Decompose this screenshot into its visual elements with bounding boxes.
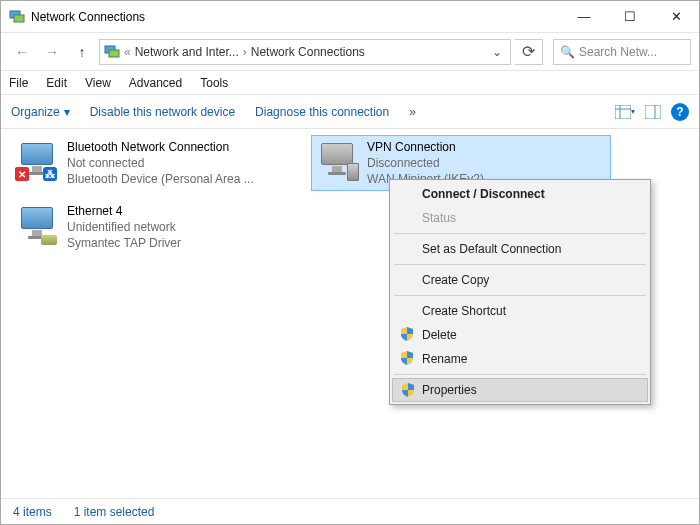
window-controls: — ☐ ✕	[561, 1, 699, 32]
view-layout-icon[interactable]: ▾	[615, 102, 635, 122]
svg-rect-4	[615, 105, 631, 119]
view-options: ▾ ?	[615, 102, 689, 122]
ctx-properties[interactable]: Properties	[392, 378, 648, 402]
status-selected: 1 item selected	[74, 505, 155, 519]
toolbar: Organize ▾ Disable this network device D…	[1, 95, 699, 129]
item-status: Not connected	[67, 155, 254, 171]
status-bar: 4 items 1 item selected	[1, 498, 699, 524]
back-button[interactable]: ←	[9, 39, 35, 65]
search-icon: 🔍	[560, 45, 575, 59]
network-window-icon	[9, 9, 25, 25]
disable-device-button[interactable]: Disable this network device	[90, 105, 235, 119]
item-name: Bluetooth Network Connection	[67, 139, 254, 155]
ctx-sep	[394, 233, 646, 234]
breadcrumb-prefix: «	[124, 45, 131, 59]
status-count: 4 items	[13, 505, 52, 519]
disconnected-x-icon: ✕	[15, 167, 29, 181]
connection-item-bluetooth[interactable]: ✕ ⁂ Bluetooth Network Connection Not con…	[11, 135, 311, 191]
breadcrumb-dropdown[interactable]: ⌄	[488, 45, 506, 59]
svg-rect-1	[14, 15, 24, 22]
bluetooth-connection-icon: ✕ ⁂	[15, 139, 59, 183]
breadcrumb-item-2[interactable]: Network Connections	[251, 45, 365, 59]
ctx-delete[interactable]: Delete	[392, 323, 648, 347]
maximize-button[interactable]: ☐	[607, 1, 653, 32]
diagnose-button[interactable]: Diagnose this connection	[255, 105, 389, 119]
ctx-status: Status	[392, 206, 648, 230]
item-status: Unidentified network	[67, 219, 181, 235]
shield-icon	[400, 327, 414, 341]
ctx-connect[interactable]: Connect / Disconnect	[392, 182, 648, 206]
vpn-connection-icon	[315, 139, 359, 183]
cable-icon	[41, 235, 57, 245]
breadcrumb-item-1[interactable]: Network and Inter...	[135, 45, 239, 59]
ctx-copy[interactable]: Create Copy	[392, 268, 648, 292]
shield-icon	[401, 383, 415, 397]
chevron-down-icon: ▾	[64, 105, 70, 119]
up-button[interactable]: ↑	[69, 39, 95, 65]
menu-edit[interactable]: Edit	[46, 76, 67, 90]
item-device: Symantec TAP Driver	[67, 235, 181, 251]
refresh-button[interactable]: ⟳	[515, 39, 543, 65]
svg-rect-3	[109, 50, 119, 57]
item-status: Disconnected	[367, 155, 484, 171]
ctx-sep	[394, 264, 646, 265]
help-button[interactable]: ?	[671, 103, 689, 121]
toolbar-more[interactable]: »	[409, 105, 416, 119]
window-title: Network Connections	[31, 10, 561, 24]
svg-rect-7	[645, 105, 661, 119]
item-name: VPN Connection	[367, 139, 484, 155]
navigation-bar: ← → ↑ « Network and Inter... › Network C…	[1, 33, 699, 71]
ctx-sep	[394, 295, 646, 296]
ctx-default[interactable]: Set as Default Connection	[392, 237, 648, 261]
item-device: Bluetooth Device (Personal Area ...	[67, 171, 254, 187]
breadcrumb-sep: ›	[243, 45, 247, 59]
view-preview-icon[interactable]	[643, 102, 663, 122]
breadcrumb[interactable]: « Network and Inter... › Network Connect…	[99, 39, 511, 65]
organize-button[interactable]: Organize ▾	[11, 105, 70, 119]
titlebar: Network Connections — ☐ ✕	[1, 1, 699, 33]
forward-button[interactable]: →	[39, 39, 65, 65]
item-name: Ethernet 4	[67, 203, 181, 219]
ethernet-connection-icon	[15, 203, 59, 247]
menu-view[interactable]: View	[85, 76, 111, 90]
menu-tools[interactable]: Tools	[200, 76, 228, 90]
ctx-sep	[394, 374, 646, 375]
network-path-icon	[104, 44, 120, 60]
shield-icon	[400, 351, 414, 365]
bluetooth-icon: ⁂	[43, 167, 57, 181]
server-icon	[347, 163, 359, 181]
search-placeholder: Search Netw...	[579, 45, 657, 59]
close-button[interactable]: ✕	[653, 1, 699, 32]
ctx-shortcut[interactable]: Create Shortcut	[392, 299, 648, 323]
context-menu: Connect / Disconnect Status Set as Defau…	[389, 179, 651, 405]
menu-advanced[interactable]: Advanced	[129, 76, 182, 90]
menu-bar: File Edit View Advanced Tools	[1, 71, 699, 95]
connection-item-ethernet[interactable]: Ethernet 4 Unidentified network Symantec…	[11, 199, 311, 255]
minimize-button[interactable]: —	[561, 1, 607, 32]
menu-file[interactable]: File	[9, 76, 28, 90]
search-input[interactable]: 🔍 Search Netw...	[553, 39, 691, 65]
ctx-rename[interactable]: Rename	[392, 347, 648, 371]
